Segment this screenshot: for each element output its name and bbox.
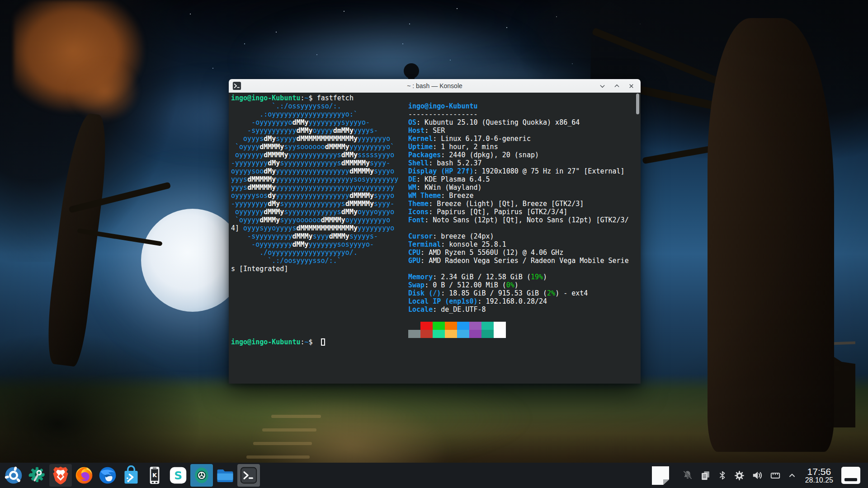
caret-up-icon — [788, 471, 797, 480]
window-title: ~ : bash — Konsole — [229, 82, 641, 89]
discover-icon — [122, 465, 140, 485]
terminal-color-block — [408, 322, 420, 330]
taskbar-item-dolphin-file-manager[interactable] — [214, 464, 236, 487]
terminal-output-right: ingo@ingo-Kubuntu-----------------OS: Ku… — [408, 102, 629, 338]
terminal-color-block — [420, 330, 433, 338]
close-button[interactable] — [627, 82, 635, 90]
minimize-button[interactable] — [598, 82, 606, 90]
gear-icon — [734, 470, 745, 481]
tray-expand-tray[interactable] — [788, 471, 797, 480]
tray-bluetooth[interactable] — [717, 470, 727, 481]
clipboard-icon — [700, 470, 711, 481]
system-tray: 17:56 28.10.25 — [646, 465, 868, 486]
volume-icon — [751, 469, 763, 481]
clock-date: 28.10.25 — [805, 476, 833, 484]
terminal-color-block — [408, 330, 420, 338]
taskbar-item-firefox[interactable] — [73, 464, 95, 487]
konsole-window: ~ : bash — Konsole ingo@ingo-Kubuntu:~$ … — [229, 79, 641, 384]
terminal-area[interactable]: ingo@ingo-Kubuntu:~$ fastfetch `.:/ossyy… — [229, 93, 641, 384]
surfshark-icon: S — [169, 466, 187, 484]
tray-network[interactable] — [769, 469, 781, 481]
terminal-color-block — [420, 322, 433, 330]
notes-widget[interactable] — [650, 465, 671, 486]
spectacle-icon — [193, 466, 210, 485]
svg-text:S: S — [174, 469, 182, 482]
settings-icon — [28, 465, 47, 485]
kubuntu-icon — [4, 465, 24, 485]
taskbar-item-brave-browser[interactable] — [49, 464, 72, 487]
terminal-color-block — [469, 330, 481, 338]
terminal-color-block — [481, 330, 494, 338]
terminal-color-block — [494, 322, 506, 330]
terminal-color-block — [433, 330, 445, 338]
konsole-icon — [240, 466, 258, 484]
maximize-button[interactable] — [613, 82, 621, 90]
tray-volume[interactable] — [751, 469, 763, 481]
terminal-color-block — [445, 322, 457, 330]
terminal-color-block — [481, 322, 494, 330]
bell-muted-icon — [682, 469, 693, 481]
terminal-output-left: ingo@ingo-Kubuntu:~$ fastfetch `.:/ossyy… — [231, 94, 398, 346]
terminal-cursor — [321, 338, 325, 346]
taskbar-item-discover[interactable] — [120, 464, 142, 487]
terminal-color-block — [445, 330, 457, 338]
window-titlebar[interactable]: ~ : bash — Konsole — [229, 79, 641, 93]
firefox-icon — [74, 465, 94, 485]
desktop: ~ : bash — Konsole ingo@ingo-Kubuntu:~$ … — [0, 0, 868, 488]
taskbar: KS 17:56 28.10.25 — [0, 463, 868, 488]
tray-updates-gear[interactable] — [734, 470, 745, 481]
taskbar-item-app-launcher-kubuntu[interactable] — [2, 464, 25, 487]
terminal-color-block — [457, 322, 469, 330]
task-manager: KS — [0, 464, 260, 487]
scrollbar-handle[interactable] — [636, 94, 639, 114]
taskbar-item-system-settings[interactable] — [26, 464, 48, 487]
terminal-color-block — [494, 330, 506, 338]
bluetooth-icon — [717, 470, 727, 481]
terminal-color-block — [469, 322, 481, 330]
terminal-color-block — [433, 322, 445, 330]
taskbar-item-surfshark[interactable]: S — [167, 464, 189, 487]
thunderbird-icon — [98, 465, 118, 485]
terminal-color-block — [457, 330, 469, 338]
digital-clock[interactable]: 17:56 28.10.25 — [805, 467, 833, 484]
kdeconnect-icon: K — [146, 465, 163, 485]
konsole-window-icon — [232, 81, 241, 90]
taskbar-item-thunderbird[interactable] — [96, 464, 119, 487]
taskbar-item-kdeconnect[interactable]: K — [143, 464, 166, 487]
taskbar-item-spectacle[interactable] — [190, 464, 213, 487]
brave-icon — [52, 465, 70, 485]
show-desktop-button[interactable] — [840, 466, 861, 485]
tray-clipboard[interactable] — [700, 470, 711, 481]
network-icon — [769, 469, 781, 481]
dolphin-icon — [216, 467, 235, 483]
tray-notifications-muted[interactable] — [682, 469, 693, 481]
clock-time: 17:56 — [805, 467, 833, 476]
svg-text:K: K — [152, 472, 157, 479]
taskbar-item-konsole[interactable] — [237, 464, 260, 487]
